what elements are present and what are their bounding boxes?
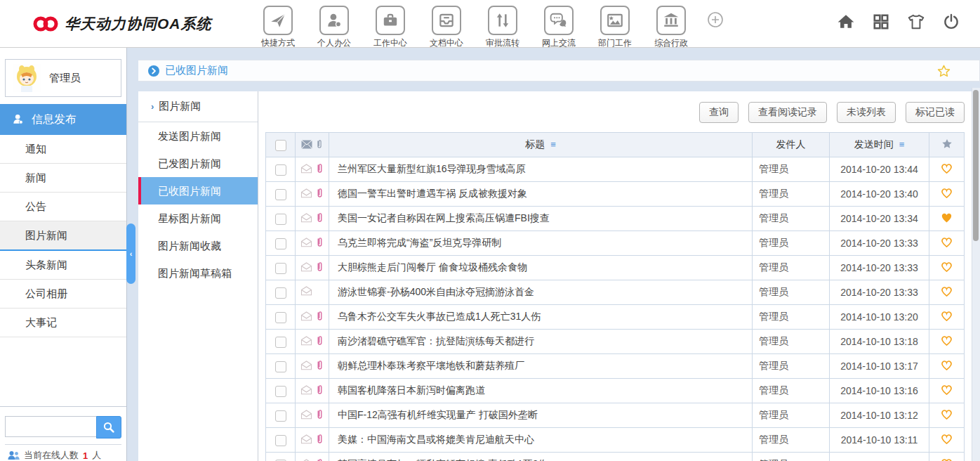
toolbar-button-3[interactable]: 未读列表 [837,102,896,123]
sidebar-item-5[interactable]: 头条新闻 [0,251,126,280]
person-star-icon [319,6,349,35]
sidebar-section-header[interactable]: 信息发布 [0,104,126,135]
vertical-scrollbar[interactable] [972,88,980,461]
nav-item-4[interactable]: 文档中心 [425,6,468,49]
power-icon[interactable] [942,13,960,31]
heart-outline-icon[interactable] [940,310,953,322]
envelope-open-icon [300,164,312,174]
heart-outline-icon[interactable] [940,285,953,297]
sidebar-item-4[interactable]: 图片新闻 [0,221,126,251]
row-checkbox[interactable] [275,189,286,200]
sidebar-item-7[interactable]: 大事记 [0,309,126,337]
news-title-link[interactable]: 南沙渚碧礁守礁军官：抗登陆演练每天都进行 [338,335,534,346]
submenu-header[interactable]: › 图片新闻 [138,91,258,122]
col-time-label[interactable]: 发送时间 [854,138,894,150]
table-row: 韩国客机降落日本新泻时偏离跑道管理员2014-10-10 13:16 [266,379,965,403]
sidebar-item-3[interactable]: 公告 [0,193,126,221]
news-title-link[interactable]: 兰州军区大量新型红旗16导弹现身雪域高原 [338,163,526,174]
arrow-circle-icon [148,65,159,77]
sort-icon[interactable]: ≡ [550,139,556,150]
toolbar-button-1[interactable]: 查询 [699,102,739,123]
submenu-item-5[interactable]: 图片新闻收藏 [138,232,258,259]
sort-icon[interactable]: ≡ [899,139,905,150]
heart-outline-icon[interactable] [940,335,953,346]
news-title-link[interactable]: 朝鲜总理朴奉珠考察平壤地铁和蘑菇养殖厂 [338,360,524,371]
submenu-item-3[interactable]: 已收图片新闻 [138,177,258,204]
sidebar-item-2[interactable]: 新闻 [0,164,126,193]
sender-name: 管理员 [759,261,788,273]
paperclip-icon [316,433,324,445]
add-module-button[interactable] [707,11,724,31]
toolbar-button-2[interactable]: 查看阅读记录 [748,102,827,123]
sidebar-collapse-handle[interactable]: ‹ [126,223,135,284]
heart-outline-icon[interactable] [940,359,953,371]
search-input[interactable] [5,416,96,437]
submenu-item-1[interactable]: 发送图片新闻 [138,122,258,150]
heart-outline-icon[interactable] [940,261,953,273]
apps-icon[interactable] [872,13,890,31]
submenu-item-6[interactable]: 图片新闻草稿箱 [138,259,258,287]
envelope-open-icon [300,188,312,198]
heart-outline-icon[interactable] [940,408,953,420]
paperclip-icon [316,187,324,199]
heart-outline-icon[interactable] [940,457,953,461]
submenu-item-4[interactable]: 星标图片新闻 [138,204,258,232]
col-title-label[interactable]: 标题 [525,138,545,150]
page-title: 已收图片新闻 [165,64,228,77]
row-checkbox[interactable] [275,410,286,422]
envelope-icon [301,140,312,149]
sender-name: 管理员 [759,237,788,248]
user-name: 管理员 [49,72,81,85]
tshirt-icon[interactable] [907,13,925,31]
search-button[interactable] [96,416,121,439]
news-title-link[interactable]: 韩国客机降落日本新泻时偏离跑道 [338,384,485,396]
top-header: 华天动力协同OA系统 快捷方式个人办公工作中心文档中心审批流转网上交流部门工作综… [0,0,980,48]
row-checkbox[interactable] [275,164,286,176]
favorite-page-button[interactable] [936,64,951,78]
news-title-link[interactable]: 游泳世锦赛-孙杨400米自由泳夺冠摘游泳首金 [338,286,534,297]
row-checkbox[interactable] [275,238,286,249]
heart-outline-icon[interactable] [940,187,953,199]
row-checkbox[interactable] [275,435,286,446]
nav-item-2[interactable]: 个人办公 [312,6,356,49]
row-checkbox[interactable] [275,287,286,299]
nav-item-8[interactable]: 综合行政 [649,6,693,49]
row-checkbox[interactable] [275,312,286,323]
nav-item-1[interactable]: 快捷方式 [256,6,300,49]
col-sender-label[interactable]: 发件人 [776,138,806,150]
scrollbar-thumb[interactable] [973,90,979,241]
submenu-item-2[interactable]: 已发图片新闻 [138,150,258,177]
sidebar-item-6[interactable]: 公司相册 [0,280,126,309]
news-title-link[interactable]: 德国一警车出警时遭遇车祸 反成被救援对象 [338,188,527,199]
row-checkbox[interactable] [275,214,286,225]
table-row: 兰州军区大量新型红旗16导弹现身雪域高原管理员2014-10-20 13:44 [266,157,965,182]
paperclip-icon [316,457,324,461]
submenu-title: 图片新闻 [159,100,201,113]
envelope-open-icon [300,336,312,346]
select-all-checkbox[interactable] [275,140,286,151]
heart-outline-icon[interactable] [940,384,953,396]
news-title-link[interactable]: 乌鲁木齐公交车失火事故已造成1人死亡31人伤 [338,311,541,322]
nav-item-6[interactable]: 网上交流 [537,6,581,49]
news-title-link[interactable]: 大胆棕熊走后门闯餐厅 偷食垃圾桶残余食物 [338,261,527,273]
row-checkbox[interactable] [275,386,286,397]
news-title-link[interactable]: 乌克兰即将完成“海盗”反坦克导弹研制 [338,237,501,248]
news-title-link[interactable]: 美国一女记者自称因在网上搜索高压锅遭FBI搜查 [338,212,550,223]
home-icon[interactable] [837,13,855,31]
toolbar-button-4[interactable]: 标记已读 [906,102,965,123]
heart-outline-icon[interactable] [940,433,953,445]
news-title-link[interactable]: 美媒：中国海南文昌或将媲美肯尼迪航天中心 [338,434,534,445]
nav-item-3[interactable]: 工作中心 [369,6,412,49]
row-checkbox[interactable] [275,361,286,372]
sidebar-item-1[interactable]: 通知 [0,135,126,164]
doc-tray-icon [432,6,461,35]
news-title-link[interactable]: 韩国高速吊车与一辆私家轿车相撞 责任致1死2伤 [338,458,548,461]
heart-filled-icon[interactable] [940,212,953,223]
heart-outline-icon[interactable] [940,162,953,174]
news-title-link[interactable]: 中国F-12高强有机纤维实现量产 打破国外垄断 [338,409,538,420]
row-checkbox[interactable] [275,337,286,348]
nav-item-5[interactable]: 审批流转 [481,6,524,49]
row-checkbox[interactable] [275,263,286,274]
nav-item-7[interactable]: 部门工作 [593,6,637,49]
heart-outline-icon[interactable] [940,236,953,248]
